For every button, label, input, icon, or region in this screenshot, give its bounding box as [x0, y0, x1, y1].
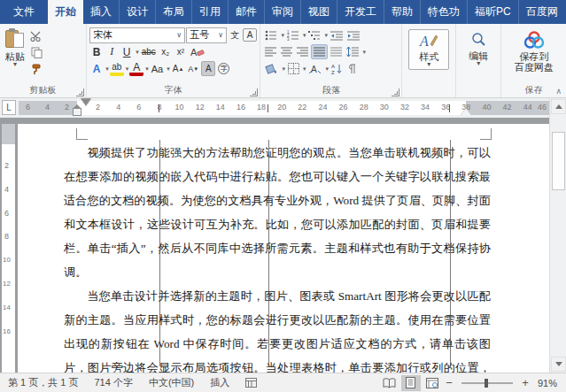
character-border-button[interactable]: A: [243, 28, 257, 42]
asian-layout-button[interactable]: A: [306, 61, 323, 76]
shrink-font-button[interactable]: A▼: [186, 61, 200, 76]
change-case-button[interactable]: Aa: [150, 61, 165, 76]
borders-button[interactable]: [286, 61, 301, 76]
zoom-slider-thumb[interactable]: [485, 379, 488, 388]
strikethrough-button[interactable]: abc: [140, 44, 158, 59]
line-spacing-caret-icon[interactable]: ▾: [362, 49, 366, 56]
scroll-down-button[interactable]: [551, 357, 566, 372]
tab-帮助[interactable]: 帮助: [384, 0, 420, 24]
line-spacing-button[interactable]: [345, 44, 361, 59]
underline-caret-icon[interactable]: ▾: [136, 49, 139, 56]
vertical-ruler[interactable]: 246810121416: [2, 124, 15, 373]
clear-formatting-button[interactable]: A: [189, 44, 206, 59]
font-name-combobox[interactable]: 宋体 ∨: [89, 27, 185, 43]
ruler-number: 32: [400, 103, 409, 111]
insert-mode-indicator[interactable]: 插入: [202, 373, 237, 392]
tab-设计[interactable]: 设计: [119, 0, 155, 24]
multilevel-caret-icon[interactable]: ▾: [324, 32, 328, 39]
left-indent-marker[interactable]: [73, 108, 81, 116]
cut-button[interactable]: [28, 28, 44, 43]
save-to-baidu-button[interactable]: 保存到 百度网盘: [511, 28, 557, 74]
tab-特色功[interactable]: 特色功: [420, 0, 467, 24]
page-indicator[interactable]: 第 1 页，共 1 页: [0, 373, 86, 392]
page[interactable]: 视频提供了功能强大的方法帮助您证明您的观点。当您单击联机视频时，可以在想要添加的…: [18, 124, 550, 373]
superscript-button[interactable]: x²: [174, 44, 188, 59]
character-shading-button[interactable]: A: [201, 61, 215, 76]
tab-stop-selector[interactable]: L: [2, 100, 16, 115]
highlight-caret-icon[interactable]: ▾: [126, 65, 129, 73]
text-effects-button[interactable]: A: [89, 61, 104, 76]
increase-indent-button[interactable]: [345, 27, 361, 42]
text-effects-caret-icon[interactable]: ▾: [105, 65, 109, 73]
zoom-level[interactable]: 91%: [532, 378, 559, 388]
document-text[interactable]: 视频提供了功能强大的方法帮助您证明您的观点。当您单击联机视频时，可以在想要添加的…: [64, 141, 491, 373]
zoom-slider[interactable]: [461, 382, 513, 384]
bold-button[interactable]: B: [89, 44, 104, 59]
tab-布局[interactable]: 布局: [155, 0, 191, 24]
font-color-caret-icon[interactable]: ▾: [145, 65, 149, 73]
paste-button[interactable]: 粘贴 ▾: [2, 27, 28, 77]
align-left-button[interactable]: [263, 44, 278, 59]
zoom-in-button[interactable]: +: [520, 376, 531, 389]
tab-开始[interactable]: 开始: [48, 0, 83, 24]
horizontal-ruler[interactable]: 6422468101214161820222426283032343638404…: [19, 101, 549, 115]
styles-button[interactable]: A 样式 ▾: [408, 29, 449, 70]
font-size-combobox[interactable]: 五号 ∨: [186, 27, 227, 43]
collapse-ribbon-icon[interactable]: ∧: [555, 87, 562, 96]
tab-审阅[interactable]: 审阅: [264, 0, 300, 24]
bullets-caret-icon[interactable]: ▾: [281, 32, 284, 39]
shading-button[interactable]: [263, 61, 280, 76]
copy-button[interactable]: [28, 45, 44, 60]
highlight-color-button[interactable]: ab: [110, 61, 124, 76]
grow-font-button[interactable]: A▲: [171, 61, 186, 76]
print-layout-view-button[interactable]: [401, 375, 421, 391]
sort-button[interactable]: AZ: [330, 61, 345, 76]
word-count[interactable]: 714 个字: [86, 373, 140, 392]
tab-百度网[interactable]: 百度网: [518, 0, 565, 24]
change-case-caret-icon[interactable]: ▾: [167, 65, 170, 73]
tab-插入[interactable]: 插入: [83, 0, 119, 24]
shading-caret-icon[interactable]: ▾: [282, 65, 285, 73]
scrollbar-thumb[interactable]: [552, 132, 565, 190]
justify-button[interactable]: [311, 44, 328, 59]
right-indent-marker[interactable]: [461, 108, 471, 115]
tab-视图[interactable]: 视图: [300, 0, 337, 24]
underline-button[interactable]: U: [120, 44, 134, 59]
web-layout-view-button[interactable]: [423, 375, 442, 391]
macro-record-icon[interactable]: [237, 373, 265, 392]
distribute-button[interactable]: [329, 44, 344, 59]
enclose-characters-button[interactable]: 字: [216, 61, 231, 76]
read-mode-view-button[interactable]: [380, 375, 399, 391]
tab-福昕PC[interactable]: 福昕PC: [467, 0, 518, 24]
italic-button[interactable]: I: [105, 44, 119, 59]
font-dialog-launcher[interactable]: [250, 88, 258, 96]
paragraph-dialog-launcher[interactable]: [392, 88, 399, 96]
language-indicator[interactable]: 中文(中国): [141, 373, 202, 392]
vertical-scrollbar[interactable]: [549, 98, 566, 373]
borders-caret-icon[interactable]: ▾: [303, 65, 306, 73]
scroll-up-button[interactable]: [551, 99, 566, 114]
align-right-button[interactable]: [295, 44, 310, 59]
tab-开发工[interactable]: 开发工: [337, 0, 384, 24]
decrease-indent-button[interactable]: [329, 27, 345, 42]
multilevel-list-button[interactable]: [306, 27, 322, 42]
numbering-caret-icon[interactable]: ▾: [303, 32, 306, 39]
asian-layout-caret-icon[interactable]: ▾: [325, 65, 329, 73]
subscript-button[interactable]: x₂: [159, 44, 173, 59]
paragraph[interactable]: 当您单击设计并选择新的主题时，图片、图表或 SmartArt 图形将会更改以匹配…: [64, 284, 491, 373]
bullets-button[interactable]: [263, 27, 279, 42]
first-line-indent-marker[interactable]: [81, 100, 90, 106]
format-painter-button[interactable]: [28, 62, 44, 77]
clipboard-dialog-launcher[interactable]: [76, 88, 84, 96]
tab-文件[interactable]: 文件: [0, 0, 48, 24]
align-center-button[interactable]: [279, 44, 294, 59]
tab-引用[interactable]: 引用: [191, 0, 228, 24]
phonetic-guide-button[interactable]: 文: [228, 27, 242, 42]
numbering-button[interactable]: 123: [285, 27, 301, 42]
edit-button[interactable]: 编辑 ▾: [465, 29, 492, 68]
show-hide-marks-button[interactable]: [345, 61, 360, 76]
tab-邮件[interactable]: 邮件: [228, 0, 264, 24]
paragraph[interactable]: 视频提供了功能强大的方法帮助您证明您的观点。当您单击联机视频时，可以在想要添加的…: [64, 141, 491, 284]
zoom-out-button[interactable]: −: [444, 376, 454, 389]
font-color-button[interactable]: A: [129, 61, 143, 76]
